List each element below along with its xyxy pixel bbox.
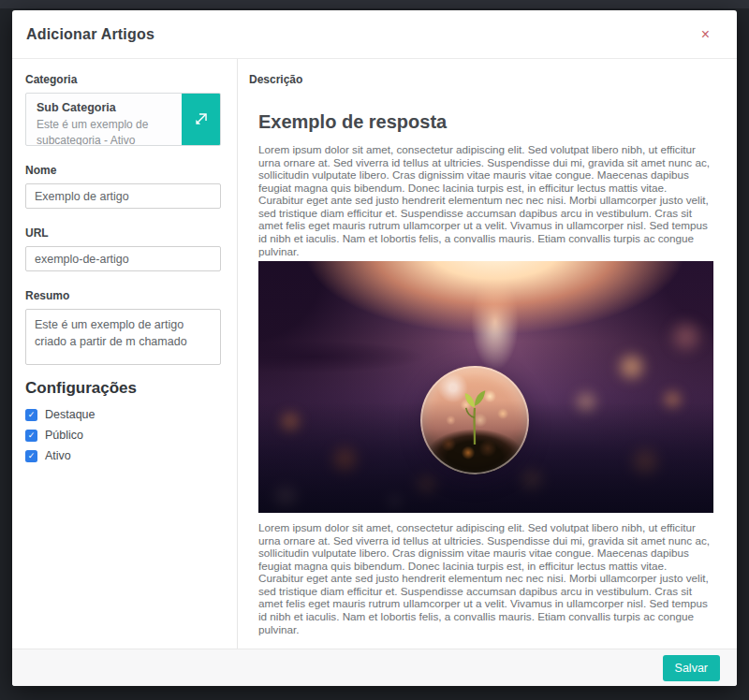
article-paragraph-bottom: Lorem ipsum dolor sit amet, consectetur … <box>258 521 712 635</box>
article-form-column: Categoria Sub Categoria Este é um exempl… <box>12 59 238 649</box>
url-input[interactable] <box>25 246 221 271</box>
checkbox-checked-icon: ✓ <box>25 409 37 421</box>
arrow-bottom-left-icon <box>192 110 210 128</box>
descricao-label: Descrição <box>249 73 712 86</box>
modal-footer: Salvar <box>12 649 737 686</box>
checkbox-checked-icon: ✓ <box>25 430 37 442</box>
resumo-textarea[interactable]: Este é um exemplo de artigo criado a par… <box>25 309 221 365</box>
article-paragraph-top: Lorem ipsum dolor sit amet, consectetur … <box>258 143 712 257</box>
glass-bubble <box>420 366 529 474</box>
checkbox-label: Ativo <box>45 449 71 462</box>
change-category-button[interactable] <box>182 94 220 145</box>
save-button[interactable]: Salvar <box>663 655 720 681</box>
configuracoes-heading: Configurações <box>25 379 221 398</box>
checkbox-publico[interactable]: ✓ Público <box>25 429 221 442</box>
nome-label: Nome <box>25 164 221 177</box>
categoria-label: Categoria <box>25 73 221 86</box>
article-photo <box>258 261 713 513</box>
add-article-modal: Adicionar Artigos × Categoria Sub Catego… <box>12 10 737 686</box>
article-preview: Exemplo de resposta Lorem ipsum dolor si… <box>249 111 712 635</box>
subcategory-card: Sub Categoria Este é um exemplo de subca… <box>25 93 221 146</box>
modal-title: Adicionar Artigos <box>26 26 154 43</box>
modal-body: Categoria Sub Categoria Este é um exempl… <box>12 59 737 649</box>
subcategory-info: Sub Categoria Este é um exemplo de subca… <box>26 94 182 145</box>
close-icon[interactable]: × <box>698 23 713 46</box>
background-navbar <box>0 0 749 8</box>
subcategory-title: Sub Categoria <box>37 101 172 114</box>
checkbox-destaque[interactable]: ✓ Destaque <box>25 408 221 421</box>
url-label: URL <box>25 226 221 240</box>
resumo-label: Resumo <box>25 289 221 302</box>
checkbox-ativo[interactable]: ✓ Ativo <box>25 449 221 462</box>
nome-input[interactable] <box>25 183 221 209</box>
article-heading: Exemplo de resposta <box>258 111 712 133</box>
modal-header: Adicionar Artigos × <box>12 10 737 59</box>
checkbox-label: Público <box>45 429 83 442</box>
sprout-icon <box>455 381 494 448</box>
subcategory-description: Este é um exemplo de subcategoria - Ativ… <box>37 117 172 146</box>
checkbox-checked-icon: ✓ <box>25 450 37 462</box>
checkbox-label: Destaque <box>45 408 95 421</box>
description-column: Descrição Exemplo de resposta Lorem ipsu… <box>238 59 737 649</box>
